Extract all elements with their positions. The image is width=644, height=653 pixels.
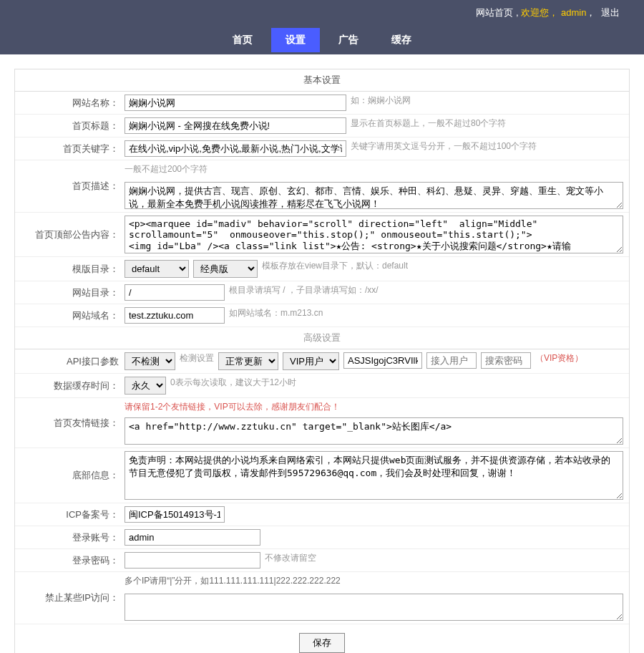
api-user-select[interactable]: VIP用户	[283, 352, 339, 370]
label-tpl-dir: 模版目录：	[21, 263, 125, 276]
basic-section-title: 基本设置	[15, 69, 629, 92]
label-home-title: 首页标题：	[21, 120, 125, 132]
ip-block-textarea[interactable]	[125, 594, 623, 621]
hint-home-keywords: 关键字请用英文逗号分开，一般不超过100个字符	[351, 140, 537, 153]
cache-time-select[interactable]: 永久	[125, 377, 166, 395]
home-desc-textarea[interactable]	[125, 182, 623, 209]
tpl-style-select[interactable]: 经典版	[193, 260, 258, 278]
api-check-select[interactable]: 不检测	[125, 352, 175, 370]
welcome-text: 欢迎您，	[521, 7, 558, 18]
nav-cache[interactable]: 缓存	[377, 28, 426, 52]
save-button[interactable]: 保存	[299, 633, 345, 653]
api-pass-input[interactable]	[481, 352, 531, 369]
navbar: 首页 设置 广告 缓存	[0, 26, 644, 54]
footer-info-textarea[interactable]	[125, 451, 623, 500]
api-key-input[interactable]	[343, 352, 422, 369]
api-user-input[interactable]	[426, 352, 477, 369]
topbar-sep2: ，	[586, 7, 595, 18]
topbar: 网站首页, 欢迎您， admin， 退出	[0, 0, 644, 26]
home-keywords-input[interactable]	[125, 140, 346, 157]
label-site-dir: 网站目录：	[21, 286, 125, 299]
site-name-input[interactable]	[125, 95, 346, 111]
home-title-input[interactable]	[125, 117, 346, 134]
label-home-notice: 首页顶部公告内容：	[21, 228, 125, 241]
hint-site-dir: 根目录请填写 / ，子目录请填写如：/xx/	[229, 284, 379, 296]
advanced-section-title: 高级设置	[15, 327, 629, 349]
hint-ip-block: 多个IP请用“|”分开，如111.111.111.111|222.222.222…	[125, 575, 623, 587]
login-user-input[interactable]	[125, 529, 260, 546]
label-ip-block: 禁止某些IP访问：	[21, 591, 125, 604]
home-notice-textarea[interactable]	[125, 216, 623, 253]
hint-api-check: 检测设置	[180, 352, 214, 364]
friend-links-textarea[interactable]	[125, 417, 623, 445]
admin-name: admin	[561, 7, 586, 18]
label-cache-time: 数据缓存时间：	[21, 379, 125, 392]
site-domain-input[interactable]	[125, 307, 225, 324]
label-login-pass: 登录密码：	[21, 554, 125, 567]
hint-tpl-dir: 模板存放在view目录下，默认：default	[262, 260, 408, 272]
label-site-domain: 网站域名：	[21, 309, 125, 322]
label-api-params: API接口参数	[21, 355, 125, 368]
hint-cache-time: 0表示每次读取，建议大于12小时	[170, 377, 296, 389]
login-pass-input[interactable]	[125, 552, 260, 569]
vip-link[interactable]: （VIP资格）	[535, 352, 583, 364]
site-dir-input[interactable]	[125, 284, 225, 301]
nav-home[interactable]: 首页	[218, 28, 267, 52]
label-home-desc: 首页描述：	[21, 180, 125, 193]
settings-form: 基本设置 网站名称： 如：娴娴小说网 首页标题： 显示在首页标题上，一般不超过8…	[14, 69, 630, 653]
hint-home-desc: 一般不超过200个字符	[125, 163, 623, 175]
label-icp: ICP备案号：	[21, 508, 125, 521]
icp-input[interactable]	[125, 506, 225, 523]
label-site-name: 网站名称：	[21, 97, 125, 110]
label-home-keywords: 首页关键字：	[21, 142, 125, 155]
api-update-select[interactable]: 正常更新	[218, 352, 278, 370]
hint-home-title: 显示在首页标题上，一般不超过80个字符	[351, 117, 506, 130]
label-friend-links: 首页友情链接：	[21, 417, 125, 430]
label-login-user: 登录账号：	[21, 531, 125, 544]
nav-settings[interactable]: 设置	[271, 28, 320, 52]
hint-friend-links: 请保留1-2个友情链接，VIP可以去除，感谢朋友们配合！	[125, 401, 623, 413]
label-footer-info: 底部信息：	[21, 469, 125, 482]
nav-ads[interactable]: 广告	[324, 28, 373, 52]
tpl-dir-select[interactable]: default	[125, 260, 189, 278]
hint-login-pass: 不修改请留空	[265, 552, 316, 564]
site-home-link[interactable]: 网站首页	[476, 7, 513, 18]
hint-site-name: 如：娴娴小说网	[351, 95, 411, 107]
hint-site-domain: 如网站域名：m.m213.cn	[229, 307, 323, 319]
logout-link[interactable]: 退出	[601, 7, 620, 18]
